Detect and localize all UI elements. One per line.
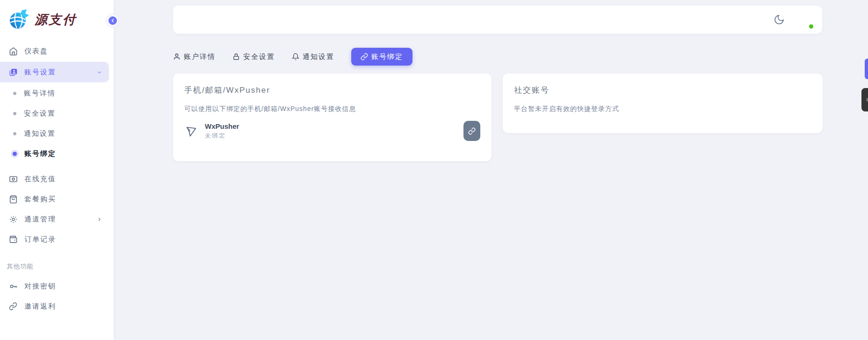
sidebar-item-security-settings[interactable]: 安全设置: [0, 104, 109, 123]
chevron-right-icon: [96, 216, 102, 222]
sidebar-collapse-button[interactable]: [107, 15, 118, 26]
sidebar-item-label: 对接密钥: [24, 282, 56, 291]
sidebar-item-online-recharge[interactable]: 在线充值: [0, 170, 109, 188]
sidebar-item-label: 通道管理: [24, 215, 56, 224]
moon-icon: [774, 14, 785, 25]
wxpusher-logo-icon: [184, 124, 198, 138]
wxpusher-name: WxPusher: [205, 122, 239, 130]
link-icon: [468, 127, 476, 135]
wxpusher-bind-status: 未绑定: [205, 132, 239, 140]
sidebar-item-account-settings[interactable]: 账号设置: [0, 62, 109, 82]
active-menu-indicator: [865, 59, 868, 79]
sidebar-item-label: 账号详情: [24, 89, 56, 98]
tab-account-binding[interactable]: 账号绑定: [351, 48, 412, 66]
chevron-down-icon: [96, 69, 102, 75]
social-accounts-card: 社交账号 平台暂未开启有效的快捷登录方式: [503, 74, 823, 133]
brand-name: 源支付: [35, 11, 77, 28]
sidebar-section-label: 其他功能: [0, 250, 114, 275]
sidebar-item-label: 账号设置: [24, 68, 56, 77]
sidebar-item-label: 仪表盘: [24, 47, 48, 56]
top-header-bar: [173, 6, 822, 34]
tab-security-settings[interactable]: 安全设置: [232, 48, 275, 66]
bullet-dot-icon: [13, 112, 16, 115]
sidebar-item-channel-management[interactable]: 通道管理: [0, 210, 109, 229]
sidebar-nav: 仪表盘 账号设置 账号详情 安全设置: [0, 38, 114, 316]
tab-label: 通知设置: [303, 52, 334, 61]
sidebar-item-account-details[interactable]: 账号详情: [0, 84, 109, 103]
tab-label: 账号绑定: [371, 52, 403, 61]
gear-icon: [866, 98, 868, 102]
sidebar-item-label: 通知设置: [24, 129, 56, 138]
sidebar-item-label: 邀请返利: [24, 302, 56, 311]
sidebar-item-package-purchase[interactable]: 套餐购买: [0, 190, 109, 208]
sidebar-item-label: 套餐购买: [24, 195, 56, 204]
bullet-dot-icon: [13, 92, 16, 95]
tab-label: 安全设置: [243, 52, 275, 61]
page-root: { "brand": { "name": "源支付", "logo_icon":…: [0, 0, 868, 340]
sidebar-item-order-records[interactable]: 订单记录: [0, 230, 109, 249]
sidebar: 源支付 仪表盘 账号设置 账号详情: [0, 0, 114, 340]
sidebar-item-label: 安全设置: [24, 109, 56, 118]
brand-logo[interactable]: 源支付: [0, 0, 114, 38]
gear-icon: [8, 214, 18, 224]
key-icon: [8, 281, 18, 291]
sidebar-item-label: 订单记录: [24, 235, 56, 244]
social-card-title: 社交账号: [514, 85, 811, 96]
binding-card: 手机/邮箱/WxPusher 可以使用以下绑定的手机/邮箱/WxPusher账号…: [173, 74, 492, 161]
globe-swoosh-logo-icon: [7, 7, 31, 32]
settings-tabs: 账户详情 安全设置 通知设置 账号绑定: [173, 48, 412, 66]
user-avatar[interactable]: [795, 10, 814, 29]
home-icon: [8, 46, 18, 56]
bell-icon: [292, 53, 299, 60]
chevron-left-icon: [110, 18, 116, 23]
binding-card-description: 可以使用以下绑定的手机/邮箱/WxPusher账号接收信息: [184, 105, 480, 113]
bind-wxpusher-button[interactable]: [463, 121, 480, 141]
sidebar-item-account-binding[interactable]: 账号绑定: [0, 144, 109, 163]
user-icon: [173, 53, 181, 60]
link-icon: [361, 53, 368, 60]
wallet-icon: [8, 235, 18, 244]
sidebar-item-dashboard[interactable]: 仪表盘: [0, 42, 109, 60]
sidebar-item-notification-settings[interactable]: 通知设置: [0, 124, 109, 143]
tab-notification-settings[interactable]: 通知设置: [292, 48, 334, 66]
online-status-dot: [808, 23, 814, 30]
link-icon: [8, 302, 18, 311]
shopping-bag-icon: [8, 194, 18, 204]
bullet-dot-icon: [13, 132, 16, 135]
social-card-description: 平台暂未开启有效的快捷登录方式: [514, 105, 811, 113]
tab-account-details[interactable]: 账户详情: [173, 48, 216, 66]
sidebar-item-label: 在线充值: [24, 175, 56, 184]
id-card-icon: [8, 67, 18, 77]
banknote-icon: [8, 174, 18, 184]
sidebar-item-label: 账号绑定: [24, 149, 56, 158]
lock-icon: [232, 53, 240, 60]
sidebar-item-api-keys[interactable]: 对接密钥: [0, 277, 109, 296]
binding-card-title: 手机/邮箱/WxPusher: [184, 85, 480, 96]
dark-mode-toggle[interactable]: [774, 14, 785, 25]
wxpusher-bind-row: WxPusher 未绑定: [184, 121, 480, 141]
tab-label: 账户详情: [184, 52, 216, 61]
sidebar-item-invite-rebate[interactable]: 邀请返利: [0, 297, 109, 316]
theme-settings-tab[interactable]: [861, 88, 868, 111]
bullet-dot-active-icon: [13, 152, 17, 156]
